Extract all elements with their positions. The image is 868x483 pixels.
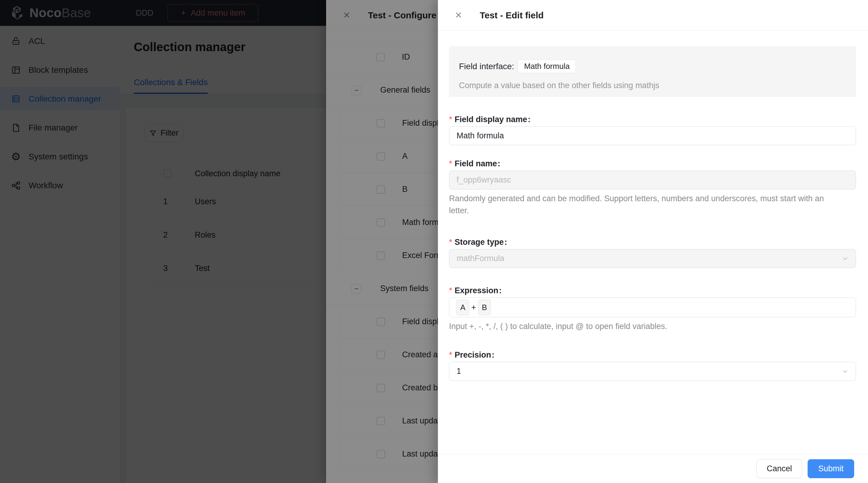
- cancel-button[interactable]: Cancel: [756, 459, 802, 478]
- expression-operator: +: [471, 303, 476, 312]
- field-name-input[interactable]: f_opp6wryaasc: [449, 171, 856, 190]
- field-interface-box: Field interface: Math formula Compute a …: [449, 46, 856, 97]
- expression-label: * Expression :: [449, 286, 856, 295]
- edit-drawer-footer: Cancel Submit: [438, 454, 868, 483]
- form-item-field-display-name: * Field display name : Math formula: [449, 115, 856, 145]
- field-interface-label: Field interface:: [459, 62, 514, 71]
- edit-field-drawer: ✕ Test - Edit field Field interface: Mat…: [438, 0, 868, 483]
- expression-token-a[interactable]: A: [457, 300, 469, 315]
- form-item-field-name: * Field name : f_opp6wryaasc Randomly ge…: [449, 159, 856, 217]
- edit-drawer-body: Field interface: Math formula Compute a …: [438, 31, 868, 454]
- app-root: NocoBase DDD + Add menu item ACL Block t…: [0, 0, 868, 483]
- required-marker: *: [449, 237, 452, 247]
- form-item-storage-type: * Storage type : mathFormula: [449, 237, 856, 268]
- expression-help: Input +, -, *, /, ( ) to calculate, inpu…: [449, 320, 843, 332]
- required-marker: *: [449, 286, 452, 295]
- required-marker: *: [449, 115, 452, 124]
- field-interface-description: Compute a value based on the other field…: [459, 81, 856, 90]
- form-item-precision: * Precision : 1: [449, 350, 856, 381]
- form-item-expression: * Expression : A + B Input +, -, *, /, (…: [449, 286, 856, 332]
- field-name-label: * Field name :: [449, 159, 856, 168]
- expression-input[interactable]: A + B: [449, 297, 856, 317]
- field-display-name-label: * Field display name :: [449, 115, 856, 124]
- field-interface-tag: Math formula: [518, 60, 576, 73]
- close-icon[interactable]: ✕: [455, 11, 462, 20]
- precision-select[interactable]: 1: [449, 362, 856, 381]
- storage-type-label: * Storage type :: [449, 237, 856, 247]
- chevron-down-icon: [841, 255, 849, 262]
- chevron-down-icon: [841, 368, 849, 375]
- expression-token-b[interactable]: B: [478, 300, 491, 315]
- required-marker: *: [449, 159, 452, 168]
- required-marker: *: [449, 350, 452, 360]
- precision-label: * Precision :: [449, 350, 856, 360]
- field-name-help: Randomly generated and can be modified. …: [449, 193, 843, 217]
- edit-drawer-title: Test - Edit field: [480, 10, 544, 21]
- edit-drawer-header: ✕ Test - Edit field: [438, 0, 868, 31]
- field-display-name-input[interactable]: Math formula: [449, 126, 856, 145]
- storage-type-select[interactable]: mathFormula: [449, 249, 856, 268]
- submit-button[interactable]: Submit: [808, 459, 854, 478]
